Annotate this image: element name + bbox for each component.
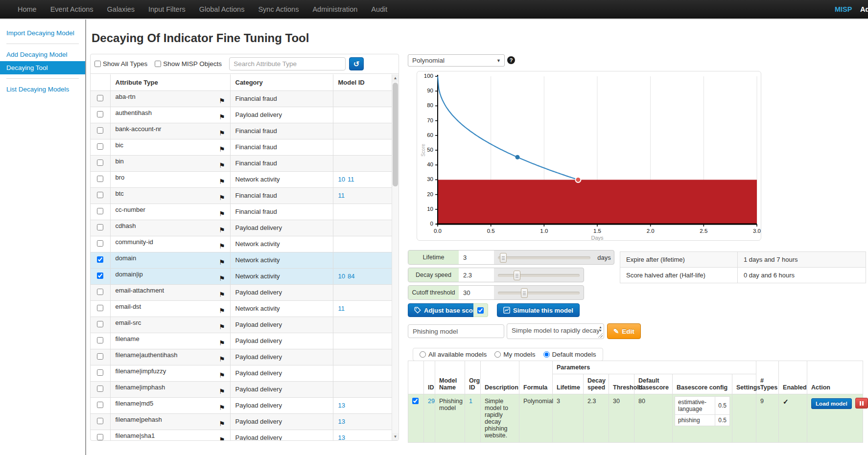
attribute-checkbox[interactable] <box>97 240 103 247</box>
attribute-checkbox[interactable] <box>97 176 103 182</box>
attribute-checkbox[interactable] <box>97 95 103 101</box>
attribute-checkbox[interactable] <box>97 369 103 376</box>
attribute-checkbox[interactable] <box>97 256 103 263</box>
attribute-checkbox[interactable] <box>97 289 103 295</box>
nav-global-actions[interactable]: Global Actions <box>199 0 245 19</box>
sidebar-item-add-decaying-model[interactable]: Add Decaying Model <box>0 48 85 61</box>
simulate-model-button[interactable]: Simulate this model <box>497 303 580 317</box>
decay-speed-slider[interactable] <box>494 268 584 282</box>
attribute-row-bic[interactable]: bic ⚑ Financial fraud <box>91 139 392 155</box>
model-name-input[interactable] <box>408 324 504 338</box>
pause-model-button[interactable] <box>855 398 868 409</box>
attribute-row-email-attachment[interactable]: email-attachment ⚑ Payload delivery <box>91 284 392 300</box>
attribute-checkbox[interactable] <box>97 402 103 408</box>
nav-audit[interactable]: Audit <box>371 0 387 19</box>
vertical-scrollbar[interactable]: ▲ ▼ <box>392 74 399 440</box>
misp-brand[interactable]: MISP <box>835 0 852 19</box>
model-id-link[interactable]: 11 <box>338 305 345 312</box>
model-id-link[interactable]: 11 <box>348 176 354 183</box>
attribute-row-filename-impfuzzy[interactable]: filename|impfuzzy ⚑ Payload delivery <box>91 365 392 381</box>
model-id-link[interactable]: 84 <box>348 273 354 280</box>
load-model-button[interactable]: Load model <box>811 398 852 409</box>
adjust-base-score-checkbox[interactable] <box>477 307 484 314</box>
attribute-row-filename-md5[interactable]: filename|md5 ⚑ Payload delivery 13 <box>91 397 392 413</box>
attribute-row-bro[interactable]: bro ⚑ Network activity 1011 <box>91 171 392 187</box>
attribute-row-domain[interactable]: domain ⚑ Network activity <box>91 252 392 268</box>
model-description-textarea[interactable]: Simple model to rapidly decay ▲▼ <box>507 323 604 339</box>
sidebar-item-list-decaying-models[interactable]: List Decaying Models <box>0 83 85 96</box>
filter-all-available-models-radio[interactable] <box>420 351 426 358</box>
edit-model-button[interactable]: ✎ Edit <box>607 323 641 339</box>
show-misp-objects-checkbox[interactable] <box>155 61 161 67</box>
model-id-link[interactable]: 13 <box>338 434 345 440</box>
attribute-row-authentihash[interactable]: authentihash ⚑ Payload delivery <box>91 107 392 123</box>
lifetime-slider[interactable] <box>494 250 594 264</box>
scroll-down-icon[interactable]: ▼ <box>392 433 399 440</box>
lifetime-value[interactable]: 3 <box>459 250 494 264</box>
attribute-row-aba-rtn[interactable]: aba-rtn ⚑ Financial fraud <box>91 91 392 107</box>
cutoff-threshold-slider[interactable] <box>494 286 584 299</box>
attribute-row-community-id[interactable]: community-id ⚑ Network activity <box>91 236 392 252</box>
sidebar-item-decaying-tool[interactable]: Decaying Tool <box>0 61 85 74</box>
attribute-checkbox[interactable] <box>97 321 103 327</box>
attribute-row-cdhash[interactable]: cdhash ⚑ Payload delivery <box>91 220 392 236</box>
attribute-row-filename-imphash[interactable]: filename|imphash ⚑ Payload delivery <box>91 381 392 397</box>
nav-galaxies[interactable]: Galaxies <box>107 0 135 19</box>
attribute-checkbox[interactable] <box>97 224 103 230</box>
attribute-checkbox[interactable] <box>97 143 103 150</box>
decay-chart[interactable]: 01020304050607080901000.00.51.01.52.02.5… <box>417 71 762 241</box>
model-id-link[interactable]: 13 <box>338 402 345 409</box>
attribute-checkbox[interactable] <box>97 208 103 214</box>
nav-sync-actions[interactable]: Sync Actions <box>258 0 299 19</box>
attribute-row-filename[interactable]: filename ⚑ Payload delivery <box>91 333 392 349</box>
model-row-checkbox[interactable] <box>412 398 419 404</box>
attribute-row-filename-pehash[interactable]: filename|pehash ⚑ Payload delivery 13 <box>91 413 392 430</box>
model-id-link[interactable]: 13 <box>338 418 345 425</box>
decay-expiry-point[interactable] <box>575 177 581 182</box>
attribute-checkbox[interactable] <box>97 273 103 279</box>
nav-home[interactable]: Home <box>18 0 37 19</box>
attribute-row-btc[interactable]: btc ⚑ Financial fraud 11 <box>91 187 392 204</box>
decay-speed-slider-handle[interactable] <box>514 271 520 280</box>
attribute-row-filename-sha1[interactable]: filename|sha1 ⚑ Payload delivery 13 <box>91 430 392 440</box>
cutoff-threshold-slider-handle[interactable] <box>521 288 528 298</box>
search-input[interactable] <box>229 57 346 70</box>
attribute-checkbox[interactable] <box>97 127 103 134</box>
resize-handle-icon[interactable] <box>598 333 603 338</box>
filter-my-models-radio[interactable] <box>494 351 501 358</box>
attribute-checkbox[interactable] <box>97 418 103 424</box>
attribute-row-email-src[interactable]: email-src ⚑ Payload delivery <box>91 317 392 333</box>
model-id-link[interactable]: 29 <box>428 398 435 405</box>
attribute-row-bank-account-nr[interactable]: bank-account-nr ⚑ Financial fraud <box>91 123 392 139</box>
spinner-arrows-icon[interactable]: ▲▼ <box>599 325 602 332</box>
help-icon[interactable]: ? <box>507 56 515 64</box>
attribute-checkbox[interactable] <box>97 353 103 360</box>
attribute-checkbox[interactable] <box>97 192 103 198</box>
model-id-link[interactable]: 10 <box>338 176 345 183</box>
filter-default-models-radio[interactable] <box>543 351 550 358</box>
lifetime-slider-handle[interactable] <box>500 253 507 263</box>
org-id-link[interactable]: 1 <box>469 398 472 405</box>
attribute-checkbox[interactable] <box>97 337 103 343</box>
sidebar-item-import-decaying-model[interactable]: Import Decaying Model <box>0 26 85 40</box>
cutoff-threshold-value[interactable]: 30 <box>459 286 494 299</box>
nav-user-menu[interactable]: Admin <box>860 0 868 19</box>
formula-select[interactable]: Polynomial <box>408 54 505 67</box>
scrollbar-thumb[interactable] <box>393 83 398 186</box>
decay-speed-value[interactable]: 2.3 <box>459 268 494 282</box>
attribute-checkbox[interactable] <box>97 386 103 392</box>
attribute-row-domain-ip[interactable]: domain|ip ⚑ Network activity 1084 <box>91 268 392 284</box>
nav-event-actions[interactable]: Event Actions <box>50 0 94 19</box>
refresh-button[interactable]: ↺ <box>349 57 364 70</box>
model-row-phishing[interactable]: 29 Phishing model 1 Simple model to rapi… <box>408 394 863 443</box>
attribute-row-filename-authentihash[interactable]: filename|authentihash ⚑ Payload delivery <box>91 349 392 365</box>
attribute-row-cc-number[interactable]: cc-number ⚑ Financial fraud <box>91 204 392 220</box>
model-id-link[interactable]: 10 <box>338 273 345 280</box>
attribute-checkbox[interactable] <box>97 159 103 166</box>
attribute-row-bin[interactable]: bin ⚑ Financial fraud <box>91 155 392 171</box>
attribute-checkbox[interactable] <box>97 434 103 440</box>
decay-current-point[interactable] <box>516 155 520 159</box>
show-all-types-checkbox[interactable] <box>94 61 101 67</box>
attribute-checkbox[interactable] <box>97 305 103 311</box>
attribute-row-email-dst[interactable]: email-dst ⚑ Network activity 11 <box>91 300 392 317</box>
